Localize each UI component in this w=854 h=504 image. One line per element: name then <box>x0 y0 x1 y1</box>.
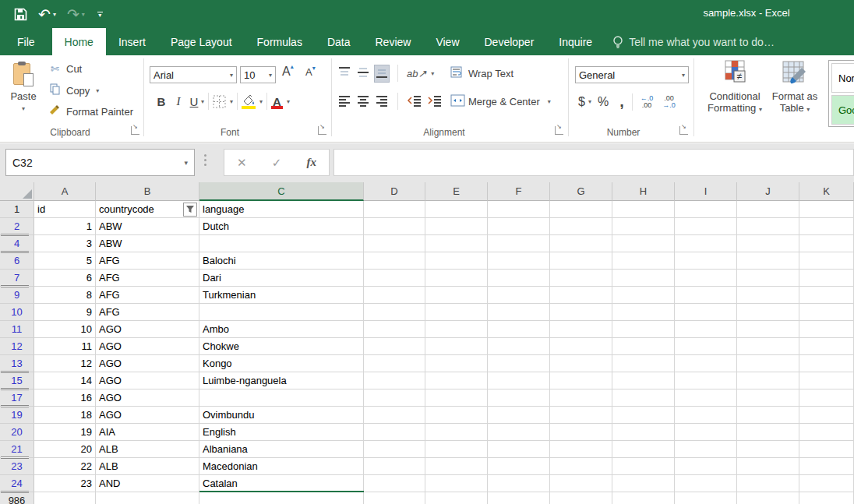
cell-F9[interactable] <box>488 287 550 304</box>
name-box[interactable]: C32 ▾ <box>5 149 195 176</box>
cell-E9[interactable] <box>425 287 488 304</box>
cell-G986[interactable] <box>550 492 612 504</box>
cell-G19[interactable] <box>550 407 612 424</box>
underline-button[interactable]: U <box>187 95 201 108</box>
cell-E17[interactable] <box>425 389 488 407</box>
cell-K17[interactable] <box>799 389 854 407</box>
cell-A12[interactable]: 11 <box>34 338 96 355</box>
cell-D1[interactable] <box>364 201 425 218</box>
font-dialog-launcher-icon[interactable] <box>318 126 326 135</box>
cell-I24[interactable] <box>675 475 737 492</box>
cell-J12[interactable] <box>737 338 799 355</box>
increase-indent-icon[interactable] <box>427 93 443 110</box>
cell-D12[interactable] <box>364 338 425 355</box>
cell-J24[interactable] <box>737 475 799 492</box>
cell-C10[interactable] <box>199 304 364 321</box>
cell-C2[interactable]: Dutch <box>199 218 364 235</box>
cell-C15[interactable]: Luimbe-nganguela <box>199 372 364 389</box>
row-header-9[interactable]: 9 <box>0 287 34 304</box>
cell-E12[interactable] <box>425 338 488 355</box>
cell-J6[interactable] <box>737 252 799 270</box>
column-header-C[interactable]: C <box>199 182 364 201</box>
cell-G10[interactable] <box>550 304 612 321</box>
cell-A6[interactable]: 5 <box>34 252 96 270</box>
cell-F19[interactable] <box>488 407 550 424</box>
cell-B19[interactable]: AGO <box>96 407 199 424</box>
increase-decimal-icon[interactable]: ←.0.00 <box>640 95 654 109</box>
cell-B13[interactable]: AGO <box>96 355 199 372</box>
cell-J9[interactable] <box>737 287 799 304</box>
accounting-format-dropdown-arrow[interactable]: ▾ <box>588 98 591 105</box>
alignment-dialog-launcher-icon[interactable] <box>555 126 563 135</box>
cell-B10[interactable]: AFG <box>96 304 199 321</box>
cell-C11[interactable]: Ambo <box>199 321 364 338</box>
cell-D19[interactable] <box>364 407 425 424</box>
column-header-E[interactable]: E <box>425 182 488 201</box>
cell-A4[interactable]: 3 <box>34 235 96 252</box>
tab-page-layout[interactable]: Page Layout <box>158 28 245 55</box>
cell-B11[interactable]: AGO <box>96 321 199 338</box>
cell-I1[interactable] <box>675 201 737 218</box>
cell-K15[interactable] <box>799 372 854 389</box>
cell-K20[interactable] <box>799 424 854 441</box>
cell-C24[interactable]: Catalan <box>199 475 364 492</box>
insert-function-icon[interactable]: fx <box>306 156 316 169</box>
increase-font-size-button[interactable]: A▴ <box>282 65 294 79</box>
cell-I19[interactable] <box>675 407 737 424</box>
cell-A13[interactable]: 12 <box>34 355 96 372</box>
formula-input[interactable] <box>333 149 854 176</box>
column-header-K[interactable]: K <box>799 182 854 201</box>
orientation-dropdown-arrow[interactable]: ▾ <box>431 70 434 77</box>
number-format-combobox[interactable]: General▾ <box>575 66 689 83</box>
cell-D23[interactable] <box>364 458 425 475</box>
cell-E20[interactable] <box>425 424 488 441</box>
orientation-icon[interactable]: ab↗ <box>407 68 426 79</box>
middle-align-button[interactable] <box>356 65 370 82</box>
cell-I15[interactable] <box>675 372 737 389</box>
cell-G12[interactable] <box>550 338 612 355</box>
cell-A10[interactable]: 9 <box>34 304 96 321</box>
cell-D9[interactable] <box>364 287 425 304</box>
cell-J19[interactable] <box>737 407 799 424</box>
align-center-button[interactable] <box>356 93 370 110</box>
borders-dropdown-arrow[interactable]: ▾ <box>230 98 233 105</box>
cell-B23[interactable]: ALB <box>96 458 199 475</box>
cell-E24[interactable] <box>425 475 488 492</box>
cell-I12[interactable] <box>675 338 737 355</box>
save-icon[interactable] <box>14 8 27 21</box>
cell-F13[interactable] <box>488 355 550 372</box>
cell-K24[interactable] <box>799 475 854 492</box>
cell-A21[interactable]: 20 <box>34 441 96 458</box>
cell-H10[interactable] <box>612 304 675 321</box>
cell-I23[interactable] <box>675 458 737 475</box>
tab-home[interactable]: Home <box>52 28 106 55</box>
cell-C13[interactable]: Kongo <box>199 355 364 372</box>
cell-H11[interactable] <box>612 321 675 338</box>
cell-I7[interactable] <box>675 270 737 287</box>
cell-H21[interactable] <box>612 441 675 458</box>
percent-style-button[interactable]: % <box>598 95 609 109</box>
cell-K7[interactable] <box>799 270 854 287</box>
align-right-button[interactable] <box>375 93 389 110</box>
cell-J23[interactable] <box>737 458 799 475</box>
cell-B1[interactable]: countrycode <box>96 201 199 218</box>
cell-G21[interactable] <box>550 441 612 458</box>
cell-J4[interactable] <box>737 235 799 252</box>
cell-E986[interactable] <box>425 492 488 504</box>
cell-D24[interactable] <box>364 475 425 492</box>
cell-H986[interactable] <box>612 492 675 504</box>
cell-style-normal[interactable]: Normal <box>831 63 854 93</box>
cell-G15[interactable] <box>550 372 612 389</box>
row-header-20[interactable]: 20 <box>0 424 34 441</box>
cell-H1[interactable] <box>612 201 675 218</box>
row-header-21[interactable]: 21 <box>0 441 34 458</box>
cell-K2[interactable] <box>799 218 854 235</box>
cell-A19[interactable]: 18 <box>34 407 96 424</box>
cell-C1[interactable]: language <box>199 201 364 218</box>
cell-D21[interactable] <box>364 441 425 458</box>
cell-E11[interactable] <box>425 321 488 338</box>
cell-C12[interactable]: Chokwe <box>199 338 364 355</box>
cell-I2[interactable] <box>675 218 737 235</box>
row-header-13[interactable]: 13 <box>0 355 34 372</box>
cell-F986[interactable] <box>488 492 550 504</box>
